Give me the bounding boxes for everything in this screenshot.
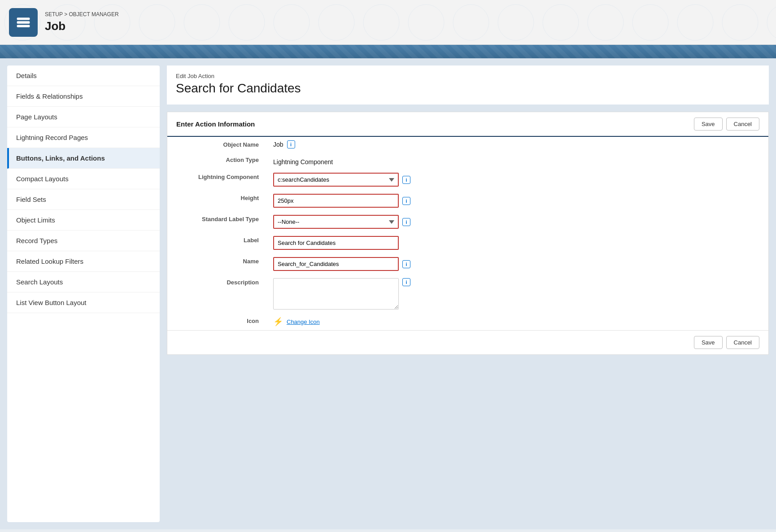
label-input[interactable]	[273, 236, 399, 250]
lightning-component-label: Lightning Component	[167, 169, 266, 190]
page-header: SETUP > OBJECT MANAGER Job	[0, 0, 776, 45]
sidebar-item-search-layouts[interactable]: Search Layouts	[7, 272, 160, 292]
lightning-component-info-icon[interactable]: i	[402, 176, 410, 184]
breadcrumb-setup[interactable]: SETUP	[45, 11, 63, 17]
form-card: Enter Action Information Save Cancel Obj…	[167, 112, 769, 355]
height-info-icon[interactable]: i	[402, 197, 410, 205]
action-type-value-cell: Lightning Component	[266, 152, 768, 169]
standard-label-type-info-icon[interactable]: i	[402, 218, 410, 226]
svg-rect-0	[17, 17, 30, 20]
main-container: Details Fields & Relationships Page Layo…	[0, 58, 776, 529]
page-title: Job	[45, 19, 119, 33]
sidebar-item-page-layouts[interactable]: Page Layouts	[7, 107, 160, 127]
form-section-title: Enter Action Information	[176, 120, 255, 128]
icon-row: Icon ⚡ Change Icon	[167, 313, 768, 330]
content-area: Edit Job Action Search for Candidates En…	[167, 65, 769, 522]
label-row: Label	[167, 232, 768, 253]
height-label: Height	[167, 190, 266, 211]
form-card-footer: Save Cancel	[167, 330, 768, 354]
save-button-top[interactable]: Save	[694, 118, 723, 131]
action-type-row: Action Type Lightning Component	[167, 152, 768, 169]
sidebar-item-field-sets[interactable]: Field Sets	[7, 189, 160, 210]
icon-value-cell: ⚡ Change Icon	[266, 313, 768, 330]
form-table: Object Name Job i Action Type	[167, 137, 768, 330]
lightning-component-row: Lightning Component c:searchCandidates i	[167, 169, 768, 190]
name-row: Name i	[167, 253, 768, 275]
height-input[interactable]	[273, 194, 399, 208]
name-input[interactable]	[273, 257, 399, 271]
object-name-row: Object Name Job i	[167, 137, 768, 152]
lightning-component-value-cell: c:searchCandidates i	[266, 169, 768, 190]
svg-rect-1	[17, 21, 30, 23]
standard-label-type-value-cell: --None-- i	[266, 211, 768, 232]
app-icon	[9, 8, 38, 37]
header-text: SETUP > OBJECT MANAGER Job	[45, 11, 119, 33]
description-textarea[interactable]	[273, 278, 399, 310]
description-label: Description	[167, 275, 266, 313]
object-name-label: Object Name	[167, 137, 266, 152]
breadcrumb-separator: >	[64, 11, 69, 17]
breadcrumb: SETUP > OBJECT MANAGER	[45, 11, 119, 17]
edit-header: Edit Job Action Search for Candidates	[167, 65, 769, 105]
sidebar-item-fields-relationships[interactable]: Fields & Relationships	[7, 86, 160, 107]
breadcrumb-object-manager[interactable]: OBJECT MANAGER	[69, 11, 118, 17]
sidebar: Details Fields & Relationships Page Layo…	[7, 65, 160, 522]
save-button-bottom[interactable]: Save	[694, 336, 723, 349]
standard-label-type-label: Standard Label Type	[167, 211, 266, 232]
height-value-cell: i	[266, 190, 768, 211]
svg-rect-2	[17, 25, 30, 27]
sidebar-item-buttons-links-actions[interactable]: Buttons, Links, and Actions	[7, 148, 160, 169]
label-value-cell	[266, 232, 768, 253]
name-label: Name	[167, 253, 266, 275]
icon-label: Icon	[167, 313, 266, 330]
description-row: Description i	[167, 275, 768, 313]
form-card-header: Enter Action Information Save Cancel	[167, 112, 768, 137]
name-info-icon[interactable]: i	[402, 260, 410, 268]
sidebar-item-details[interactable]: Details	[7, 65, 160, 86]
object-name-value-cell: Job i	[266, 137, 768, 152]
object-name-info-icon[interactable]: i	[287, 140, 295, 148]
sidebar-item-object-limits[interactable]: Object Limits	[7, 210, 160, 231]
cancel-button-bottom[interactable]: Cancel	[726, 336, 759, 349]
action-type-label: Action Type	[167, 152, 266, 169]
bg-pattern-strip	[0, 45, 776, 58]
sidebar-item-lightning-record-pages[interactable]: Lightning Record Pages	[7, 127, 160, 148]
sidebar-item-compact-layouts[interactable]: Compact Layouts	[7, 169, 160, 189]
sidebar-item-related-lookup-filters[interactable]: Related Lookup Filters	[7, 251, 160, 272]
sidebar-item-list-view-button-layout[interactable]: List View Button Layout	[7, 292, 160, 313]
description-value-cell: i	[266, 275, 768, 313]
description-info-icon[interactable]: i	[402, 278, 410, 286]
sidebar-item-record-types[interactable]: Record Types	[7, 231, 160, 251]
cancel-button-top[interactable]: Cancel	[726, 118, 759, 131]
standard-label-type-row: Standard Label Type --None-- i	[167, 211, 768, 232]
name-value-cell: i	[266, 253, 768, 275]
header-btn-group: Save Cancel	[694, 118, 759, 131]
action-type-value: Lightning Component	[273, 158, 333, 166]
standard-label-type-select[interactable]: --None--	[273, 215, 399, 229]
lightning-component-select[interactable]: c:searchCandidates	[273, 173, 399, 187]
height-row: Height i	[167, 190, 768, 211]
object-name-value: Job	[273, 141, 283, 148]
edit-action-title: Search for Candidates	[176, 81, 760, 96]
lightning-icon: ⚡	[273, 317, 283, 327]
edit-action-label: Edit Job Action	[176, 73, 760, 79]
label-field-label: Label	[167, 232, 266, 253]
change-icon-link[interactable]: Change Icon	[287, 318, 320, 325]
